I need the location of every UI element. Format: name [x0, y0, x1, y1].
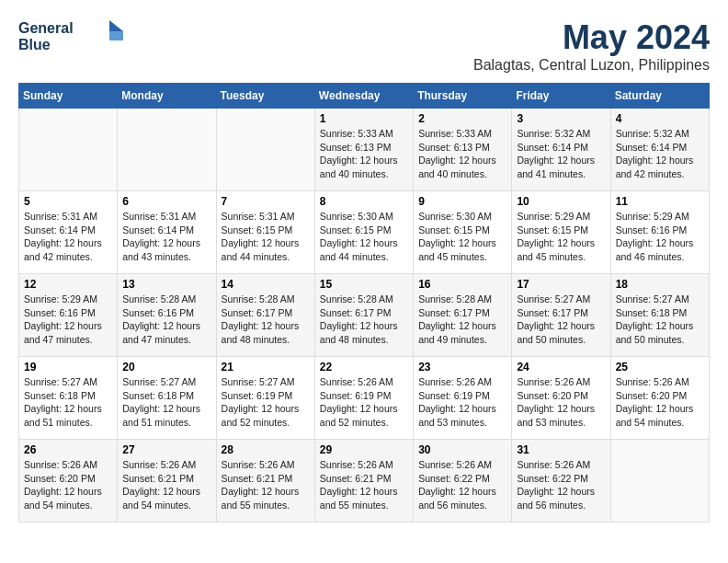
day-number: 1 — [320, 112, 408, 125]
header-monday: Monday — [118, 84, 216, 109]
day-number: 21 — [222, 361, 310, 373]
day-info: Sunrise: 5:27 AMSunset: 6:18 PMDaylight:… — [24, 375, 112, 430]
day-info: Sunrise: 5:32 AMSunset: 6:14 PMDaylight:… — [616, 127, 704, 181]
week-row-4: 19Sunrise: 5:27 AMSunset: 6:18 PMDayligh… — [19, 357, 710, 440]
day-number: 14 — [222, 278, 310, 291]
week-row-1: 1Sunrise: 5:33 AMSunset: 6:13 PMDaylight… — [19, 109, 710, 191]
calendar-cell: 16Sunrise: 5:28 AMSunset: 6:17 PMDayligh… — [414, 274, 512, 357]
calendar-cell: 25Sunrise: 5:26 AMSunset: 6:20 PMDayligh… — [610, 357, 709, 440]
day-number: 16 — [418, 278, 506, 291]
day-info: Sunrise: 5:26 AMSunset: 6:19 PMDaylight:… — [418, 375, 506, 430]
calendar-table: SundayMondayTuesdayWednesdayThursdayFrid… — [18, 83, 710, 523]
day-info: Sunrise: 5:26 AMSunset: 6:22 PMDaylight:… — [418, 458, 506, 512]
day-info: Sunrise: 5:32 AMSunset: 6:14 PMDaylight:… — [517, 127, 605, 181]
page-header: GeneralBlue May 2024 Balagtas, Central L… — [18, 18, 710, 74]
svg-rect-1 — [109, 31, 123, 40]
day-info: Sunrise: 5:30 AMSunset: 6:15 PMDaylight:… — [320, 210, 408, 264]
logo-text: GeneralBlue — [18, 20, 74, 52]
day-info: Sunrise: 5:26 AMSunset: 6:21 PMDaylight:… — [222, 458, 310, 512]
day-number: 28 — [222, 443, 310, 456]
day-number: 24 — [517, 361, 605, 373]
day-number: 20 — [122, 361, 210, 373]
calendar-cell: 3Sunrise: 5:32 AMSunset: 6:14 PMDaylight… — [512, 109, 610, 191]
header-thursday: Thursday — [414, 84, 512, 109]
calendar-cell: 1Sunrise: 5:33 AMSunset: 6:13 PMDaylight… — [314, 109, 413, 191]
calendar-cell — [216, 109, 314, 191]
day-info: Sunrise: 5:26 AMSunset: 6:21 PMDaylight:… — [122, 458, 210, 512]
calendar-cell: 6Sunrise: 5:31 AMSunset: 6:14 PMDaylight… — [118, 191, 216, 274]
header-saturday: Saturday — [610, 84, 709, 109]
calendar-cell: 4Sunrise: 5:32 AMSunset: 6:14 PMDaylight… — [610, 109, 709, 191]
main-title: May 2024 — [473, 18, 710, 57]
day-info: Sunrise: 5:26 AMSunset: 6:20 PMDaylight:… — [517, 375, 605, 430]
day-number: 29 — [320, 443, 408, 456]
day-number: 10 — [517, 195, 605, 208]
calendar-cell: 15Sunrise: 5:28 AMSunset: 6:17 PMDayligh… — [314, 274, 413, 357]
day-info: Sunrise: 5:26 AMSunset: 6:21 PMDaylight:… — [320, 458, 408, 512]
calendar-cell: 21Sunrise: 5:27 AMSunset: 6:19 PMDayligh… — [216, 357, 314, 440]
day-number: 12 — [24, 278, 112, 291]
day-number: 8 — [320, 195, 408, 208]
day-info: Sunrise: 5:30 AMSunset: 6:15 PMDaylight:… — [418, 210, 506, 264]
calendar-cell: 14Sunrise: 5:28 AMSunset: 6:17 PMDayligh… — [216, 274, 314, 357]
week-row-3: 12Sunrise: 5:29 AMSunset: 6:16 PMDayligh… — [19, 274, 710, 357]
day-info: Sunrise: 5:31 AMSunset: 6:14 PMDaylight:… — [24, 210, 112, 264]
svg-marker-0 — [109, 20, 123, 31]
calendar-cell — [118, 109, 216, 191]
day-number: 23 — [418, 361, 506, 373]
day-info: Sunrise: 5:28 AMSunset: 6:17 PMDaylight:… — [222, 293, 310, 347]
calendar-cell: 11Sunrise: 5:29 AMSunset: 6:16 PMDayligh… — [610, 191, 709, 274]
day-number: 25 — [616, 361, 704, 373]
day-number: 27 — [122, 443, 210, 456]
calendar-cell: 19Sunrise: 5:27 AMSunset: 6:18 PMDayligh… — [19, 357, 118, 440]
calendar-cell: 30Sunrise: 5:26 AMSunset: 6:22 PMDayligh… — [414, 440, 512, 523]
header-sunday: Sunday — [19, 84, 118, 109]
calendar-cell: 10Sunrise: 5:29 AMSunset: 6:15 PMDayligh… — [512, 191, 610, 274]
day-info: Sunrise: 5:28 AMSunset: 6:17 PMDaylight:… — [418, 293, 506, 347]
day-info: Sunrise: 5:29 AMSunset: 6:15 PMDaylight:… — [517, 210, 605, 264]
day-number: 6 — [122, 195, 210, 208]
day-info: Sunrise: 5:33 AMSunset: 6:13 PMDaylight:… — [418, 127, 506, 181]
title-section: May 2024 Balagtas, Central Luzon, Philip… — [473, 18, 710, 74]
day-info: Sunrise: 5:27 AMSunset: 6:18 PMDaylight:… — [616, 293, 704, 347]
header-wednesday: Wednesday — [314, 84, 413, 109]
day-number: 3 — [517, 112, 605, 125]
calendar-cell: 9Sunrise: 5:30 AMSunset: 6:15 PMDaylight… — [414, 191, 512, 274]
calendar-cell: 5Sunrise: 5:31 AMSunset: 6:14 PMDaylight… — [19, 191, 118, 274]
day-info: Sunrise: 5:26 AMSunset: 6:20 PMDaylight:… — [24, 458, 112, 512]
calendar-cell — [610, 440, 709, 523]
header-friday: Friday — [512, 84, 610, 109]
day-info: Sunrise: 5:28 AMSunset: 6:16 PMDaylight:… — [122, 293, 210, 347]
day-number: 31 — [517, 443, 605, 456]
calendar-cell: 12Sunrise: 5:29 AMSunset: 6:16 PMDayligh… — [19, 274, 118, 357]
week-row-2: 5Sunrise: 5:31 AMSunset: 6:14 PMDaylight… — [19, 191, 710, 274]
day-info: Sunrise: 5:29 AMSunset: 6:16 PMDaylight:… — [616, 210, 704, 264]
calendar-cell: 29Sunrise: 5:26 AMSunset: 6:21 PMDayligh… — [314, 440, 413, 523]
day-info: Sunrise: 5:27 AMSunset: 6:18 PMDaylight:… — [122, 375, 210, 430]
calendar-cell — [19, 109, 118, 191]
calendar-cell: 13Sunrise: 5:28 AMSunset: 6:16 PMDayligh… — [118, 274, 216, 357]
calendar-cell: 31Sunrise: 5:26 AMSunset: 6:22 PMDayligh… — [512, 440, 610, 523]
day-number: 9 — [418, 195, 506, 208]
calendar-cell: 8Sunrise: 5:30 AMSunset: 6:15 PMDaylight… — [314, 191, 413, 274]
day-number: 18 — [616, 278, 704, 291]
calendar-cell: 26Sunrise: 5:26 AMSunset: 6:20 PMDayligh… — [19, 440, 118, 523]
day-number: 11 — [616, 195, 704, 208]
logo-svg — [77, 18, 123, 55]
day-info: Sunrise: 5:26 AMSunset: 6:19 PMDaylight:… — [320, 375, 408, 430]
day-info: Sunrise: 5:26 AMSunset: 6:22 PMDaylight:… — [517, 458, 605, 512]
logo: GeneralBlue — [18, 18, 123, 55]
calendar-cell: 28Sunrise: 5:26 AMSunset: 6:21 PMDayligh… — [216, 440, 314, 523]
day-number: 2 — [418, 112, 506, 125]
calendar-cell: 27Sunrise: 5:26 AMSunset: 6:21 PMDayligh… — [118, 440, 216, 523]
calendar-cell: 24Sunrise: 5:26 AMSunset: 6:20 PMDayligh… — [512, 357, 610, 440]
day-info: Sunrise: 5:31 AMSunset: 6:15 PMDaylight:… — [222, 210, 310, 264]
header-row: SundayMondayTuesdayWednesdayThursdayFrid… — [19, 84, 710, 109]
calendar-cell: 23Sunrise: 5:26 AMSunset: 6:19 PMDayligh… — [414, 357, 512, 440]
calendar-cell: 22Sunrise: 5:26 AMSunset: 6:19 PMDayligh… — [314, 357, 413, 440]
day-number: 7 — [222, 195, 310, 208]
calendar-cell: 7Sunrise: 5:31 AMSunset: 6:15 PMDaylight… — [216, 191, 314, 274]
day-number: 30 — [418, 443, 506, 456]
day-info: Sunrise: 5:31 AMSunset: 6:14 PMDaylight:… — [122, 210, 210, 264]
day-info: Sunrise: 5:26 AMSunset: 6:20 PMDaylight:… — [616, 375, 704, 430]
